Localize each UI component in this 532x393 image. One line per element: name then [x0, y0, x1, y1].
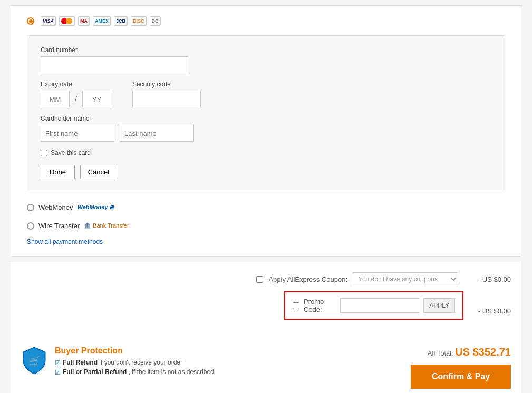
- jcb-logo: JCB: [114, 16, 128, 26]
- buyer-confirm-row: 🛒 Buyer Protection ☑ Full Refund if you …: [21, 341, 511, 393]
- protection-text: Buyer Protection ☑ Full Refund if you do…: [55, 346, 214, 378]
- buyer-protection: 🛒 Buyer Protection ☑ Full Refund if you …: [21, 346, 405, 378]
- security-code-input[interactable]: [132, 91, 201, 107]
- protection-item-1-text: Full Refund if you don't receive your or…: [63, 359, 182, 366]
- card-number-input[interactable]: [41, 56, 188, 73]
- promo-row-wrapper: Promo Code: APPLY - US $0.00: [21, 291, 511, 330]
- card-form-buttons: Done Cancel: [41, 165, 491, 179]
- confirm-pay-button[interactable]: Confirm & Pay: [411, 365, 511, 389]
- name-inputs-row: [41, 125, 491, 142]
- security-code-label: Security code: [132, 81, 201, 88]
- expiry-mm-input[interactable]: [41, 91, 70, 107]
- mastercard-logo: [59, 16, 75, 26]
- shield-icon: 🛒: [21, 346, 47, 375]
- card-number-label: Card number: [41, 46, 491, 54]
- show-all-payment-methods-link[interactable]: Show all payment methods: [27, 238, 103, 245]
- coupon-checkbox[interactable]: [256, 276, 263, 283]
- bottom-section: Apply AliExpress Coupon: You don't have …: [11, 262, 521, 393]
- card-radio[interactable]: [27, 17, 34, 25]
- all-total-label: All Total:: [428, 349, 453, 357]
- protection-item-2: ☑ Full or Partial Refund , if the item i…: [55, 368, 214, 376]
- expiry-inputs: /: [41, 91, 111, 107]
- promo-box: Promo Code: APPLY: [284, 291, 463, 320]
- webmoney-row[interactable]: WebMoney WebMoney ⊕: [27, 201, 505, 214]
- save-card-row: Save this card: [41, 149, 491, 156]
- promo-code-input[interactable]: [340, 298, 419, 313]
- coupon-amount: - US $0.00: [469, 276, 511, 283]
- visa-logo: VISA: [41, 16, 56, 26]
- svg-text:🛒: 🛒: [28, 355, 41, 367]
- security-group: Security code: [132, 81, 201, 107]
- card-payment-row[interactable]: VISA MA AMEX JCB DISC DC: [27, 16, 505, 26]
- expiry-slash: /: [75, 95, 77, 103]
- webmoney-radio[interactable]: [27, 204, 34, 211]
- webmoney-label: WebMoney: [38, 203, 73, 211]
- cancel-button[interactable]: Cancel: [80, 165, 117, 179]
- check-icon-2: ☑: [55, 369, 61, 376]
- coupon-label: Apply AliExpress Coupon:: [268, 276, 347, 283]
- promo-apply-button[interactable]: APPLY: [423, 298, 455, 313]
- save-card-checkbox[interactable]: [41, 150, 47, 156]
- save-card-label: Save this card: [51, 149, 91, 156]
- wire-transfer-label: Wire Transfer: [38, 222, 80, 230]
- done-button[interactable]: Done: [41, 165, 75, 179]
- card-form: Card number Expiry date / Security code …: [27, 35, 505, 190]
- amex-logo: AMEX: [93, 16, 111, 26]
- diners-logo: DC: [150, 16, 161, 26]
- expiry-label: Expiry date: [41, 81, 111, 88]
- check-icon-1: ☑: [55, 359, 61, 367]
- bank-transfer-logo: 🏦 Bank Transfer: [84, 222, 129, 229]
- buyer-protection-title: Buyer Protection: [55, 346, 214, 356]
- confirm-area: All Total: US $352.71 Confirm & Pay: [405, 346, 511, 389]
- protection-item-2-text: Full or Partial Refund , if the item is …: [63, 368, 214, 376]
- card-number-group: Card number: [41, 46, 491, 73]
- promo-checkbox[interactable]: [293, 302, 299, 309]
- cardholder-name-label: Cardholder name: [41, 115, 491, 122]
- protection-item-1: ☑ Full Refund if you don't receive your …: [55, 359, 214, 367]
- wire-transfer-row[interactable]: Wire Transfer 🏦 Bank Transfer: [27, 219, 505, 232]
- promo-amount: - US $0.00: [469, 307, 511, 315]
- expiry-group: Expiry date /: [41, 81, 111, 107]
- promo-label: Promo Code:: [304, 298, 336, 313]
- wire-transfer-radio[interactable]: [27, 222, 34, 230]
- all-total-amount: US $352.71: [455, 346, 511, 358]
- coupon-select[interactable]: You don't have any coupons: [353, 272, 458, 286]
- all-total-row: All Total: US $352.71: [405, 346, 511, 358]
- cardholder-name-group: Cardholder name: [41, 115, 491, 142]
- webmoney-logo: WebMoney ⊕: [78, 204, 114, 211]
- expiry-yy-input[interactable]: [82, 91, 111, 107]
- discover-logo: DISC: [131, 16, 147, 26]
- first-name-input[interactable]: [41, 125, 114, 142]
- maestro-logo: MA: [78, 16, 90, 26]
- last-name-input[interactable]: [120, 125, 194, 142]
- coupon-row: Apply AliExpress Coupon: You don't have …: [21, 272, 511, 286]
- expiry-security-row: Expiry date / Security code: [41, 81, 491, 107]
